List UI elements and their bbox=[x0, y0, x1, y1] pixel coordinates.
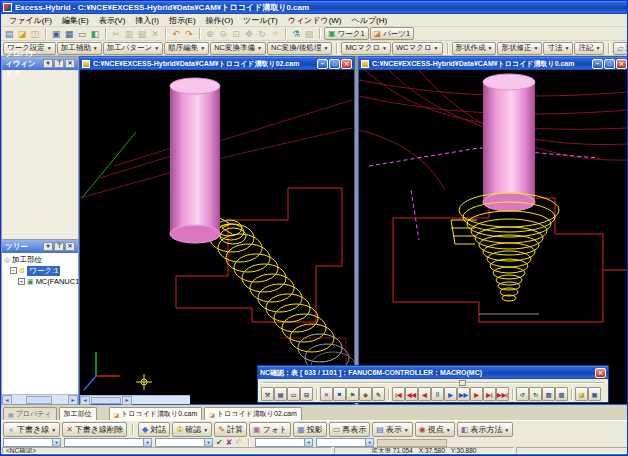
monitor-icon[interactable]: ▭ bbox=[287, 387, 300, 401]
doc-right-canvas[interactable] bbox=[359, 70, 628, 404]
fast-forward-icon[interactable]: ▶▶ bbox=[457, 387, 470, 401]
tree-hscrollbar[interactable]: ◄ ► bbox=[2, 394, 78, 404]
pin-icon[interactable]: ⊤ bbox=[54, 242, 64, 251]
nc-convert-post-dropdown[interactable]: NC変換/後処理▼ bbox=[267, 42, 332, 55]
display-button[interactable]: ▤表示▼ bbox=[372, 422, 413, 437]
slider-thumb[interactable] bbox=[459, 380, 466, 386]
minimize-icon[interactable]: − bbox=[592, 59, 603, 69]
maximize-icon[interactable]: □ bbox=[329, 59, 340, 69]
close-icon[interactable]: ✕ bbox=[341, 59, 352, 69]
calculate-button[interactable]: ✎計算 bbox=[214, 422, 247, 437]
edit-path-icon[interactable]: ✎ bbox=[372, 387, 385, 401]
scroll-right-icon[interactable]: ► bbox=[122, 396, 132, 405]
machining-assist-dropdown[interactable]: 加工補助▼ bbox=[57, 42, 102, 55]
open-nc-icon[interactable]: ◪ bbox=[575, 387, 588, 401]
zoom-out-icon[interactable]: ⊖ bbox=[217, 28, 229, 40]
filter-combo-2[interactable]: ▼ bbox=[64, 438, 152, 447]
repeat-icon[interactable]: ↻ bbox=[529, 387, 542, 401]
nc-convert-prep-dropdown[interactable]: NC変換準備▼ bbox=[210, 42, 266, 55]
close-icon[interactable]: ✕ bbox=[65, 59, 75, 68]
play-icon[interactable]: ▶ bbox=[444, 387, 457, 401]
stop-condition-icon[interactable]: ■ bbox=[333, 387, 346, 401]
display-method-button[interactable]: ◧表示方法▼ bbox=[457, 422, 514, 437]
redo-icon[interactable]: ↷ bbox=[183, 28, 195, 40]
goto-icon[interactable]: ◈ bbox=[359, 387, 372, 401]
mc-macro-dropdown[interactable]: MCマクロ▼ bbox=[341, 42, 391, 55]
new-icon[interactable]: ▤ bbox=[3, 28, 15, 40]
play-to-icon[interactable]: ▶ bbox=[470, 387, 483, 401]
menu-file[interactable]: ファイル(F) bbox=[4, 15, 57, 26]
redraw-button[interactable]: ▭再表示 bbox=[329, 422, 371, 437]
collapse-icon[interactable]: − bbox=[10, 267, 17, 274]
shape-modify-dropdown[interactable]: 形状修正▼ bbox=[497, 42, 542, 55]
shape-create-dropdown[interactable]: 形状作成▼ bbox=[452, 42, 497, 55]
zoom-in-icon[interactable]: ⊕ bbox=[204, 28, 216, 40]
tab-doc-1[interactable]: ◪ トロコイド溝取り0.cam bbox=[109, 407, 203, 420]
viewpoint-button[interactable]: ◉視点▼ bbox=[415, 422, 455, 437]
note-dropdown[interactable]: 注記▼ bbox=[574, 42, 604, 55]
menu-operate[interactable]: 操作(O) bbox=[201, 15, 239, 26]
save-icon[interactable]: ▣ bbox=[50, 28, 62, 40]
copy-icon[interactable]: ▥ bbox=[123, 28, 135, 40]
filter-combo-4[interactable]: ▼ bbox=[255, 438, 313, 447]
close-icon[interactable]: ✕ bbox=[616, 59, 627, 69]
panel-menu-icon[interactable]: ▾ bbox=[43, 242, 53, 251]
dialog-button[interactable]: ◆対話 bbox=[138, 422, 170, 437]
cut-icon[interactable]: ✂ bbox=[110, 28, 122, 40]
rewind-start-icon[interactable]: |◀ bbox=[392, 387, 405, 401]
settings-icon[interactable]: ⚒ bbox=[261, 387, 274, 401]
list-icon[interactable]: ▤ bbox=[274, 387, 287, 401]
doc-right-titlebar[interactable]: C:¥NCE¥EXCESS-Hybrid¥Data¥CAM¥トロコイド溝取り0.… bbox=[359, 57, 628, 70]
scroll-right-icon[interactable]: ► bbox=[68, 395, 78, 405]
save-nc-icon[interactable]: ▣ bbox=[588, 387, 601, 401]
tab-doc-2[interactable]: ◪ トロコイド溝取り02.cam bbox=[204, 407, 302, 420]
work1-button[interactable]: ▣ ワーク1 bbox=[324, 27, 369, 40]
scroll-thumb[interactable] bbox=[91, 397, 121, 404]
nc-progress-slider[interactable] bbox=[261, 380, 605, 386]
menu-view[interactable]: 表示(V) bbox=[94, 15, 131, 26]
open-icon[interactable]: ◪ bbox=[16, 28, 28, 40]
dimension-dropdown[interactable]: 寸法▼ bbox=[543, 42, 573, 55]
nc-dialog-titlebar[interactable]: NC確認：表 [ 633 / 1101 ]：FANUC6M-CONTROLLER… bbox=[258, 366, 608, 379]
delete-icon[interactable]: ✕ bbox=[149, 28, 161, 40]
menu-insert[interactable]: 挿入(I) bbox=[130, 15, 164, 26]
zoom-fit-icon[interactable]: ⊡ bbox=[230, 28, 242, 40]
menu-instruct[interactable]: 指示(E) bbox=[164, 15, 201, 26]
next-block-icon[interactable]: ▶| bbox=[483, 387, 496, 401]
canvas-hscrollbar[interactable]: ◄ ► bbox=[80, 395, 190, 404]
reject-icon[interactable]: ✘ bbox=[226, 438, 233, 447]
close-icon[interactable]: ✕ bbox=[65, 242, 75, 251]
accept-icon[interactable]: ✔ bbox=[216, 438, 223, 447]
delete-path-icon[interactable]: ✕ bbox=[320, 387, 333, 401]
material-icon[interactable]: ⚗ bbox=[290, 28, 302, 40]
to-end-icon[interactable]: ▶▶| bbox=[496, 387, 509, 401]
filter-combo-1[interactable]: ▼ bbox=[3, 438, 61, 447]
import-icon[interactable]: ◧ bbox=[89, 28, 101, 40]
photo-button[interactable]: ▣フォト bbox=[249, 422, 291, 437]
measure-icon[interactable]: ⌗ bbox=[269, 28, 281, 40]
paste-icon[interactable]: ▧ bbox=[136, 28, 148, 40]
minimize-icon[interactable]: − bbox=[317, 59, 328, 69]
rotate-view-icon[interactable]: ↻ bbox=[256, 28, 268, 40]
repeat-back-icon[interactable]: ↺ bbox=[516, 387, 529, 401]
report-icon[interactable]: ▥ bbox=[542, 387, 555, 401]
print-icon[interactable]: ▭ bbox=[76, 28, 88, 40]
wc-macro-dropdown[interactable]: WCマクロ▼ bbox=[392, 42, 442, 55]
expand-icon[interactable]: + bbox=[18, 278, 25, 285]
pause-icon[interactable]: || bbox=[431, 387, 444, 401]
pan-icon[interactable]: ✥ bbox=[243, 28, 255, 40]
tab-machining-part[interactable]: 加工部位 bbox=[59, 407, 97, 420]
step-back-icon[interactable]: ◀ bbox=[418, 387, 431, 401]
draft-line-button[interactable]: ＋下書き線▼ bbox=[3, 422, 60, 437]
machining-pattern-dropdown[interactable]: 加工パターン▼ bbox=[103, 42, 163, 55]
draft-line-delete-button[interactable]: ✕下書き線削除 bbox=[62, 422, 127, 437]
doc-left-titlebar[interactable]: C:¥NCE¥EXCESS-Hybrid¥Data¥CAM¥トロコイド溝取り02… bbox=[80, 57, 354, 70]
panel-menu-icon[interactable]: ▾ bbox=[43, 59, 53, 68]
tree-item-root[interactable]: ◎ 加工部位 bbox=[2, 254, 78, 265]
flag-icon[interactable]: ⚑ bbox=[346, 387, 359, 401]
undo-icon[interactable]: ↶ bbox=[170, 28, 182, 40]
tree-item-mc[interactable]: + ▣ MC(FANUC15MB bbox=[2, 276, 78, 287]
tab-property[interactable]: ▤ プロパティ bbox=[3, 407, 57, 420]
pin-icon[interactable]: ⊤ bbox=[54, 59, 64, 68]
scroll-left-icon[interactable]: ◄ bbox=[80, 396, 90, 405]
